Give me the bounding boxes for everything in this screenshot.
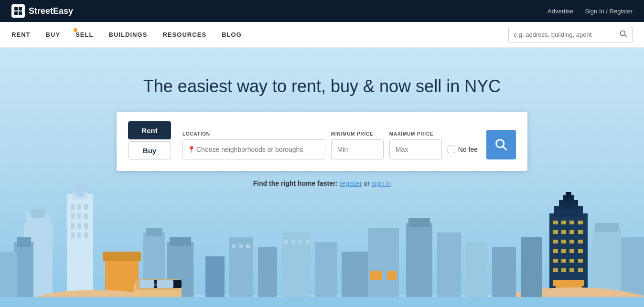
svg-rect-3 <box>19 11 22 15</box>
top-navigation: StreetEasy Advertise Sign In / Register <box>0 0 644 22</box>
svg-rect-87 <box>561 268 566 272</box>
location-input[interactable] <box>182 139 325 159</box>
or-text: or <box>364 180 370 187</box>
main-navigation: RENT BUY SELL BUILDINGS RESOURCES BLOG <box>0 22 644 48</box>
svg-rect-97 <box>205 256 225 297</box>
tab-rent[interactable]: Rent <box>128 121 171 139</box>
svg-rect-74 <box>553 240 558 243</box>
svg-rect-106 <box>306 240 310 243</box>
tab-buy[interactable]: Buy <box>128 141 171 159</box>
svg-rect-76 <box>569 240 574 243</box>
svg-rect-17 <box>84 204 88 210</box>
svg-rect-58 <box>408 218 430 227</box>
nav-resources[interactable]: RESOURCES <box>162 31 206 38</box>
svg-rect-72 <box>569 230 574 234</box>
svg-rect-59 <box>437 233 461 297</box>
svg-rect-71 <box>561 230 566 234</box>
min-price-label: MINIMUM PRICE <box>331 131 384 137</box>
max-price-label: MAXIMUM PRICE <box>389 131 442 137</box>
svg-rect-85 <box>578 259 583 263</box>
svg-rect-22 <box>77 223 81 229</box>
svg-rect-11 <box>31 209 45 218</box>
nav-blog[interactable]: BLOG <box>222 31 242 38</box>
svg-rect-25 <box>77 233 81 238</box>
svg-rect-66 <box>553 221 558 224</box>
svg-rect-73 <box>578 230 583 234</box>
svg-rect-47 <box>140 280 154 288</box>
global-search-button[interactable] <box>620 30 627 40</box>
svg-rect-24 <box>71 233 75 238</box>
hero-title: The easiest way to rent, buy & now sell … <box>143 76 501 96</box>
svg-rect-79 <box>561 249 566 253</box>
svg-rect-18 <box>71 213 75 219</box>
svg-rect-30 <box>0 252 17 297</box>
svg-rect-88 <box>569 268 574 272</box>
svg-rect-21 <box>71 223 75 229</box>
global-search-bar[interactable] <box>508 27 633 43</box>
no-fee-label[interactable]: No fee <box>458 146 478 153</box>
min-price-field-group: MINIMUM PRICE <box>331 131 384 159</box>
svg-rect-102 <box>246 244 250 248</box>
svg-rect-26 <box>84 233 88 238</box>
svg-rect-14 <box>76 187 84 196</box>
nav-buy[interactable]: BUY <box>46 31 61 38</box>
svg-rect-107 <box>0 297 644 307</box>
svg-rect-84 <box>569 259 574 263</box>
city-illustration: StreetEasy <box>0 185 644 307</box>
location-label: LOCATION <box>182 131 325 137</box>
svg-rect-86 <box>553 268 558 272</box>
svg-rect-2 <box>14 11 18 15</box>
search-submit-button[interactable] <box>486 130 516 159</box>
search-submit-icon <box>494 138 508 151</box>
svg-rect-19 <box>77 213 81 219</box>
svg-rect-83 <box>561 259 566 263</box>
svg-rect-28 <box>14 242 33 297</box>
svg-rect-12 <box>67 194 93 297</box>
svg-rect-101 <box>239 244 243 248</box>
svg-rect-55 <box>370 271 382 280</box>
svg-rect-98 <box>492 247 516 297</box>
global-search-input[interactable] <box>514 31 620 38</box>
svg-rect-53 <box>342 252 368 297</box>
svg-line-7 <box>503 147 506 149</box>
svg-rect-1 <box>19 7 22 11</box>
svg-rect-82 <box>553 259 558 263</box>
logo-icon <box>11 4 25 18</box>
hero-section: The easiest way to rent, buy & now sell … <box>0 48 644 307</box>
svg-rect-93 <box>595 223 619 232</box>
max-price-input[interactable] <box>389 139 442 159</box>
svg-rect-75 <box>561 240 566 243</box>
top-nav-links: Advertise Sign In / Register <box>547 8 633 15</box>
signin-link-hint[interactable]: sign in <box>372 180 391 187</box>
svg-rect-81 <box>578 249 583 253</box>
search-box: Rent Buy LOCATION 📍 MINIMUM PRICE MAXIMU… <box>117 112 527 171</box>
svg-line-5 <box>625 35 627 37</box>
svg-rect-60 <box>466 242 487 297</box>
register-hint-text: Find the right home faster: <box>253 180 338 187</box>
svg-rect-16 <box>77 204 81 210</box>
nav-sell[interactable]: SELL <box>75 31 93 38</box>
nav-rent[interactable]: RENT <box>11 31 31 38</box>
svg-rect-65 <box>566 192 571 198</box>
svg-rect-100 <box>232 244 236 248</box>
no-fee-checkbox[interactable] <box>448 146 455 153</box>
svg-rect-48 <box>157 280 173 288</box>
no-fee-group: No fee <box>448 139 478 159</box>
svg-rect-80 <box>569 249 574 253</box>
advertise-link[interactable]: Advertise <box>547 8 573 15</box>
svg-rect-94 <box>621 237 644 297</box>
location-input-wrap: 📍 <box>182 139 325 159</box>
nav-buildings[interactable]: BUILDINGS <box>109 31 148 38</box>
svg-rect-23 <box>84 223 88 229</box>
svg-rect-104 <box>291 240 295 243</box>
location-pin-icon: 📍 <box>187 146 195 153</box>
search-row: Rent Buy LOCATION 📍 MINIMUM PRICE MAXIMU… <box>128 121 516 159</box>
svg-rect-20 <box>84 213 88 219</box>
min-price-input[interactable] <box>331 139 384 159</box>
signin-register-link[interactable]: Sign In / Register <box>585 8 633 15</box>
svg-rect-29 <box>17 237 31 247</box>
svg-rect-69 <box>578 221 583 224</box>
register-link[interactable]: register <box>340 180 362 187</box>
svg-rect-92 <box>592 228 621 297</box>
logo[interactable]: StreetEasy <box>11 4 73 18</box>
